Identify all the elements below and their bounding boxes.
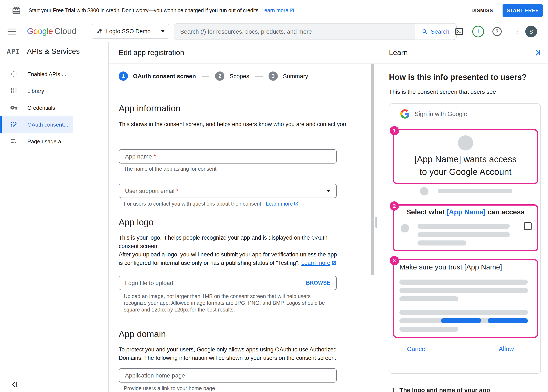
required-asterisk: *: [154, 153, 156, 160]
step-3-circle[interactable]: 3: [268, 71, 278, 81]
app-logo-heading: App logo: [119, 217, 154, 227]
step3-badge: 3: [390, 256, 399, 265]
hamburger-menu-icon[interactable]: [7, 28, 16, 36]
app-information-heading: App information: [119, 103, 180, 113]
consent-headline: [App Name] wants access to your Google A…: [394, 153, 537, 178]
search-bar: Search: [174, 23, 457, 40]
logo-learn-more-link[interactable]: Learn more: [301, 260, 330, 266]
external-link-icon: [289, 8, 294, 13]
top-header: GoogleCloud Logto SSO Demo Search 1 ? ⋮ …: [0, 21, 548, 42]
learn-header: Learn: [375, 42, 548, 63]
learn-scrollbar-thumb[interactable]: [375, 217, 377, 228]
sidebar-item-label: Credentials: [27, 105, 55, 111]
collapse-sidebar-icon[interactable]: [10, 381, 17, 388]
google-cloud-console: Start your Free Trial with $300 in credi…: [0, 0, 548, 392]
step-3-label[interactable]: Summary: [283, 73, 308, 79]
api-logo: API: [7, 48, 20, 56]
text-line-placeholder: [399, 296, 458, 301]
sidebar-item-library[interactable]: Library: [0, 82, 108, 99]
scope-line-placeholder: [418, 240, 466, 245]
dismiss-button[interactable]: DISMISS: [471, 0, 493, 21]
cloud-shell-icon[interactable]: [454, 27, 464, 36]
footnote-text: The logo and name of your app: [399, 387, 490, 392]
banner-message: Start your Free Trial with $300 in credi…: [29, 0, 294, 21]
sidebar-item-credentials[interactable]: Credentials: [0, 99, 108, 116]
app-name-label: App name: [125, 153, 152, 160]
avatar[interactable]: S: [525, 26, 537, 37]
user-support-email-field[interactable]: User support email *: [119, 184, 337, 198]
sidebar-title: APIs & Services: [27, 47, 80, 56]
start-free-button[interactable]: START FREE: [503, 4, 543, 17]
more-options-icon[interactable]: ⋮: [513, 21, 521, 42]
logo-file-field[interactable]: Logo file to upload BROWSE: [119, 276, 337, 290]
search-icon: [422, 28, 428, 35]
search-input[interactable]: [174, 24, 415, 40]
notifications-badge[interactable]: 1: [472, 26, 484, 37]
text-line-placeholder: [399, 288, 528, 293]
user-support-email-label: User support email: [125, 188, 174, 194]
app-domain-heading: App domain: [119, 329, 166, 339]
step-2-label[interactable]: Scopes: [230, 73, 249, 79]
sidebar-items: Enabled APIs ... Library Credentials OAu…: [0, 61, 108, 150]
preview-step1-box: 1 [App Name] wants access to your Google…: [393, 129, 538, 184]
consent-headline-line2: to your Google Account: [394, 166, 537, 178]
main-scrollbar: [371, 63, 375, 392]
preview-allow-button: Allow: [499, 345, 514, 352]
logo-file-helper: Upload an image, not larger than 1MB on …: [124, 293, 330, 313]
free-trial-banner: Start your Free Trial with $300 in credi…: [0, 0, 548, 21]
scope-line-placeholder: [418, 232, 510, 237]
banner-text: Start your Free Trial with $300 in credi…: [29, 7, 260, 14]
external-link-icon: [294, 201, 299, 206]
project-name: Logto SSO Demo: [106, 28, 151, 35]
step-1-circle[interactable]: 1: [119, 71, 128, 81]
sidebar-item-oauth-consent[interactable]: OAuth consent...: [0, 116, 73, 133]
footnote-number: 1.: [392, 387, 397, 392]
main-scrollbar-thumb[interactable]: [371, 64, 374, 275]
step-2-circle[interactable]: 2: [215, 71, 224, 81]
learn-heading: How is this info presented to users?: [389, 73, 527, 82]
preview-cancel-button: Cancel: [407, 345, 426, 352]
app-name-field[interactable]: App name *: [119, 149, 337, 163]
collapse-panel-icon[interactable]: [534, 49, 541, 56]
app-logo-placeholder: [458, 135, 473, 150]
browse-button[interactable]: BROWSE: [306, 280, 330, 286]
text-line-placeholder: [399, 310, 528, 315]
logo-cloud-text: Cloud: [55, 27, 77, 36]
application-home-page-field[interactable]: Application home page: [119, 368, 337, 383]
signin-header-label: Sign in with Google: [415, 111, 467, 117]
preview-step2-box: 2 Select what [App Name] can access: [393, 204, 538, 251]
learn-panel: Learn How is this info presented to user…: [375, 42, 548, 392]
sidebar-item-page-usage[interactable]: Page usage a...: [0, 133, 108, 150]
gift-icon: [12, 6, 21, 15]
step-1-label[interactable]: OAuth consent screen: [133, 73, 196, 79]
help-icon[interactable]: ?: [492, 27, 502, 36]
oauth-consent-icon: [10, 121, 18, 128]
scopes-title-prefix: Select what: [406, 208, 447, 216]
user-email-placeholder: [438, 189, 512, 193]
project-selector[interactable]: Logto SSO Demo: [92, 24, 169, 39]
app-logo-description-1: This is your logo. It helps people recog…: [119, 234, 339, 251]
signin-header: Sign in with Google: [389, 104, 541, 125]
project-hexagon-icon: [96, 28, 103, 35]
form-area: 1 OAuth consent screen 2 Scopes 3 Summar…: [108, 63, 375, 392]
sidebar-item-label: OAuth consent...: [27, 121, 68, 128]
preview-step3-box: 3 Make sure you trust [App Name]: [393, 259, 538, 338]
app-logo-description-2: After you upload a logo, you will need t…: [119, 251, 339, 267]
search-button[interactable]: Search: [415, 24, 456, 40]
scopes-title: Select what [App Name] can access: [394, 208, 537, 216]
search-button-label: Search: [431, 28, 449, 35]
required-asterisk: *: [176, 188, 179, 194]
page-usage-icon: [10, 137, 18, 145]
scope-checkbox: [524, 222, 532, 230]
banner-learn-more-link[interactable]: Learn more: [261, 7, 288, 14]
app-name-helper: The name of the app asking for consent: [124, 166, 216, 172]
step1-badge: 1: [390, 126, 399, 135]
email-learn-more-link[interactable]: Learn more: [266, 201, 293, 207]
footnote: 1.The logo and name of your app: [392, 387, 490, 392]
sidebar-item-enabled-apis[interactable]: Enabled APIs ...: [0, 66, 108, 82]
sidebar: API APIs & Services Enabled APIs ... Lib…: [0, 42, 108, 392]
learn-title: Learn: [389, 42, 548, 63]
user-avatar-placeholder: [420, 187, 428, 196]
scopes-title-suffix: can access: [485, 208, 524, 216]
scope-icon-placeholder: [401, 224, 409, 232]
